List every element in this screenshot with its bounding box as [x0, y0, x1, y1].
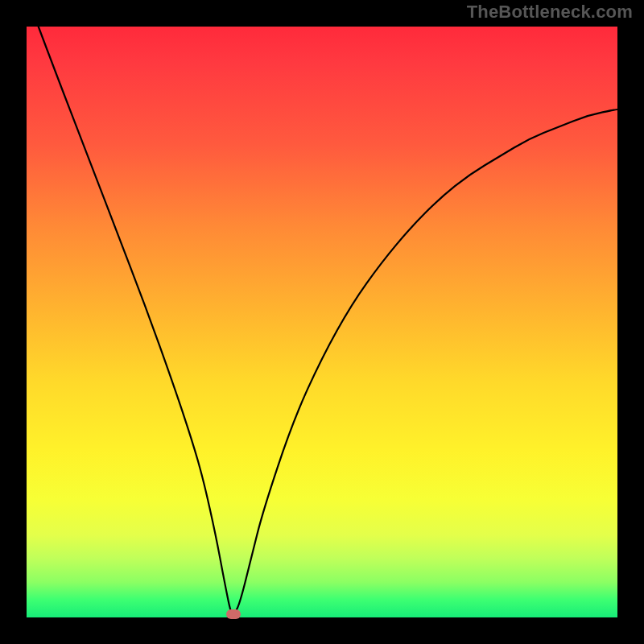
chart-frame: TheBottleneck.com	[0, 0, 644, 644]
optimal-marker	[226, 609, 241, 619]
plot-area	[27, 27, 617, 617]
curve-path	[39, 27, 617, 613]
attribution-text: TheBottleneck.com	[467, 2, 633, 23]
bottleneck-curve	[27, 27, 617, 617]
